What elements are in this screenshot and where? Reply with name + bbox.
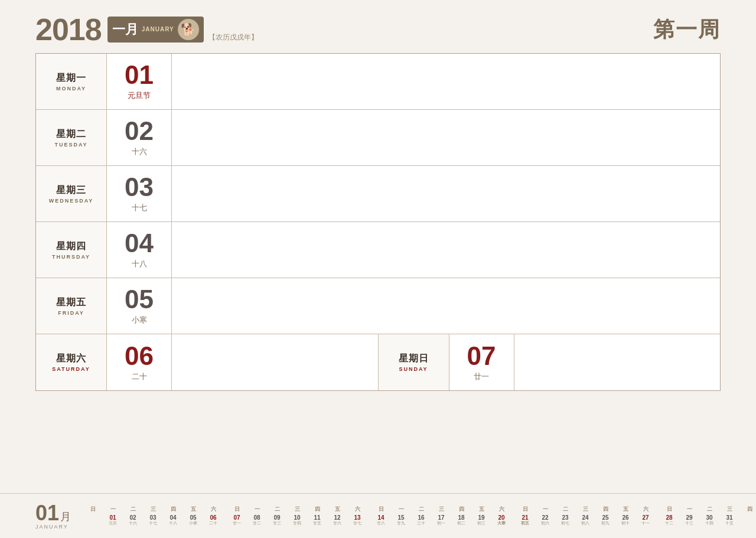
- day-notes-monday[interactable]: [172, 54, 720, 109]
- day-num-monday: 01: [125, 62, 154, 88]
- mini-hdr-5: 五: [183, 505, 203, 514]
- mini-cell-w0-d4: 04十八: [163, 514, 183, 526]
- day-cn-friday: 星期五: [56, 296, 86, 309]
- mini-hdr-11: 四: [307, 505, 327, 514]
- zodiac-icon: 🐕: [178, 19, 199, 40]
- mini-calendar: 01 月 JANUARY 日 一 二 三 四 五 六 日 一 二 三 四 五: [0, 493, 756, 538]
- day-en-monday: MONDAY: [56, 86, 86, 92]
- mini-cell-w1-d5: 12廿六: [327, 514, 347, 526]
- day-number-saturday: 06 二十: [107, 334, 172, 390]
- mini-cell-w2-d0: 14廿八: [371, 514, 391, 526]
- mini-hdr-32: 四: [739, 505, 756, 514]
- mini-grid: 日 一 二 三 四 五 六 日 一 二 三 四 五 六 日 一 二 三 四: [83, 505, 756, 526]
- mini-cell-w3-d6: 27十一: [636, 514, 656, 526]
- day-en-wednesday: WEDNESDAY: [49, 198, 94, 204]
- month-en-label: JANUARY: [142, 27, 174, 32]
- mini-cell-w0-d6: 06二十: [203, 514, 223, 526]
- mini-hdr-6: 六: [203, 505, 223, 514]
- mini-cell-w4-d2: 30十四: [699, 514, 719, 526]
- day-row-wednesday: 星期三 WEDNESDAY 03 十七: [36, 166, 720, 222]
- mini-cell-w2-d6: 20大寒: [491, 514, 511, 526]
- day-en-thursday: THURSDAY: [52, 254, 90, 260]
- day-label-monday: 星期一 MONDAY: [36, 54, 107, 109]
- day-notes-wednesday[interactable]: [172, 166, 720, 221]
- week-title: 第一周: [653, 15, 721, 44]
- mini-cell-w3-d0: 21初五: [515, 514, 535, 526]
- mini-cell-w1-d4: 11廿五: [307, 514, 327, 526]
- mini-data-row: 01元旦02十六03十七04十八05小寒06二十07廿一08廿二09廿三10廿四…: [83, 514, 756, 526]
- day-en-friday: FRIDAY: [58, 310, 84, 316]
- mini-cell-w1-d0: 07廿一: [227, 514, 247, 526]
- mini-hdr-15: 一: [391, 505, 411, 514]
- day-label-sunday: 星期日 SUNDAY: [379, 334, 449, 390]
- day-row-friday: 星期五 FRIDAY 05 小寒: [36, 278, 720, 334]
- day-cn-wednesday: 星期三: [56, 184, 86, 197]
- mini-hdr-24: 三: [575, 505, 595, 514]
- mini-cell-w4-d1: 29十三: [679, 514, 699, 526]
- header: 2018 一月 JANUARY 🐕 【农历戊戌年】 第一周: [0, 0, 756, 53]
- mini-hdr-22: 一: [535, 505, 555, 514]
- day-label-thursday: 星期四 THURSDAY: [36, 222, 107, 278]
- day-number-thursday: 04 十八: [107, 222, 172, 278]
- day-num-thursday: 04: [125, 230, 154, 256]
- day-num-sunday: 07: [467, 343, 496, 369]
- mini-hdr-27: 六: [636, 505, 656, 514]
- mini-hdr-13: 六: [347, 505, 367, 514]
- mini-cell-w2-d3: 17初一: [431, 514, 451, 526]
- day-lunar-monday: 元旦节: [128, 90, 151, 101]
- day-row-monday: 星期一 MONDAY 01 元旦节: [36, 54, 720, 110]
- year-label: 2018: [35, 14, 102, 45]
- day-notes-thursday[interactable]: [172, 222, 720, 278]
- day-notes-saturday[interactable]: [172, 334, 379, 390]
- mini-hdr-30: 二: [699, 505, 719, 514]
- day-number-wednesday: 03 十七: [107, 166, 172, 221]
- mini-cell-w4-d4: [739, 514, 756, 526]
- mini-month-num: 01: [35, 503, 59, 524]
- day-notes-sunday[interactable]: [514, 334, 721, 390]
- mini-hdr-23: 二: [555, 505, 575, 514]
- mini-hdr-19: 五: [471, 505, 491, 514]
- mini-cell-w3-d2: 23初七: [555, 514, 575, 526]
- day-lunar-thursday: 十八: [132, 259, 147, 269]
- mini-cell-w3-d4: 25初九: [595, 514, 615, 526]
- day-number-monday: 01 元旦节: [107, 54, 172, 109]
- mini-cell-w0-d3: 03十七: [143, 514, 163, 526]
- day-label-friday: 星期五 FRIDAY: [36, 278, 107, 334]
- mini-hdr-1: 一: [103, 505, 123, 514]
- mini-hdr-12: 五: [327, 505, 347, 514]
- calendar-page: 2018 一月 JANUARY 🐕 【农历戊戌年】 第一周 星期一 MONDAY…: [0, 0, 756, 538]
- day-lunar-saturday: 二十: [132, 371, 147, 382]
- mini-cell-w1-d3: 10廿四: [287, 514, 307, 526]
- day-num-saturday: 06: [125, 343, 154, 369]
- mini-cell-w3-d5: 26初十: [615, 514, 636, 526]
- mini-hdr-31: 三: [719, 505, 739, 514]
- day-row-tuesday: 星期二 TUESDAY 02 十六: [36, 110, 720, 166]
- mini-hdr-17: 三: [431, 505, 451, 514]
- day-label-tuesday: 星期二 TUESDAY: [36, 110, 107, 165]
- mini-hdr-20: 六: [491, 505, 511, 514]
- day-cn-thursday: 星期四: [56, 240, 86, 253]
- mini-month-label: 01 月 JANUARY: [35, 503, 71, 530]
- mini-month-cn: 月: [60, 511, 71, 522]
- mini-hdr-4: 四: [163, 505, 183, 514]
- day-num-friday: 05: [125, 286, 154, 312]
- mini-hdr-0: 日: [83, 505, 103, 514]
- month-badge: 一月 JANUARY 🐕: [107, 17, 204, 43]
- mini-hdr-8: 一: [247, 505, 267, 514]
- day-num-wednesday: 03: [125, 174, 154, 200]
- day-cn-monday: 星期一: [56, 72, 86, 84]
- mini-cell-w4-d3: 31十五: [719, 514, 739, 526]
- day-cn-sunday: 星期日: [399, 353, 429, 365]
- mini-hdr-10: 三: [287, 505, 307, 514]
- day-notes-tuesday[interactable]: [172, 110, 720, 165]
- day-num-tuesday: 02: [125, 118, 154, 144]
- day-label-saturday: 星期六 SATURDAY: [36, 334, 107, 390]
- day-notes-friday[interactable]: [172, 278, 720, 334]
- mini-cell-w3-d1: 22初六: [535, 514, 555, 526]
- mini-hdr-18: 四: [451, 505, 471, 514]
- day-row-weekend: 星期六 SATURDAY 06 二十 星期日 SUNDAY 07 廿一: [36, 334, 720, 390]
- mini-hdr-26: 五: [615, 505, 636, 514]
- mini-month-en: JANUARY: [35, 524, 69, 530]
- mini-cell-w2-d4: 18初二: [451, 514, 471, 526]
- mini-hdr-14: 日: [371, 505, 391, 514]
